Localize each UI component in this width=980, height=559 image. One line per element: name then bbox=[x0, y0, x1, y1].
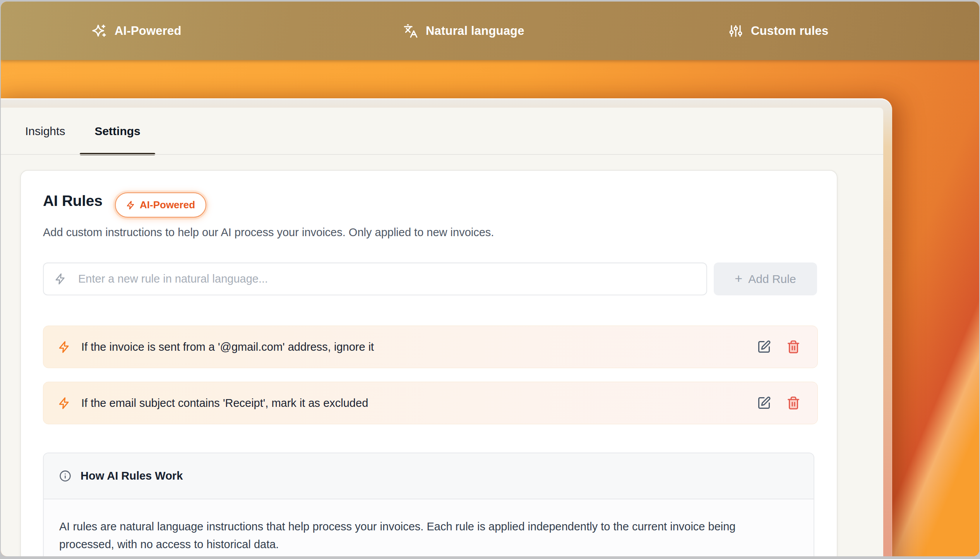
banner-item-label: Custom rules bbox=[751, 24, 829, 38]
banner-item-natural-language: Natural language bbox=[403, 2, 524, 60]
rule-text: If the email subject contains 'Receipt',… bbox=[81, 397, 368, 410]
plus-icon: + bbox=[735, 271, 742, 286]
add-rule-button[interactable]: + Add Rule bbox=[714, 262, 817, 295]
banner-item-custom-rules: Custom rules bbox=[728, 2, 829, 60]
app-frame: AI-Powered Natural language Custom rules bbox=[1, 2, 979, 556]
section-title: How AI Rules Work bbox=[81, 470, 183, 482]
section-body-text: AI rules are natural language instructio… bbox=[59, 518, 759, 553]
feature-banner: AI-Powered Natural language Custom rules bbox=[1, 2, 979, 60]
info-icon bbox=[59, 470, 71, 482]
tab-divider bbox=[1, 154, 883, 155]
ai-rules-card: AI Rules AI-Powered Add custom instructi… bbox=[20, 170, 838, 556]
tab-label: Insights bbox=[25, 125, 65, 138]
screenshot-root: AI-Powered Natural language Custom rules bbox=[0, 0, 980, 559]
zap-icon bbox=[58, 341, 71, 353]
zap-icon bbox=[126, 201, 135, 210]
card-title: AI Rules bbox=[43, 192, 103, 209]
trash-icon bbox=[786, 340, 800, 354]
languages-icon bbox=[403, 24, 418, 38]
how-rules-work-header: How AI Rules Work bbox=[44, 453, 814, 499]
card-description: Add custom instructions to help our AI p… bbox=[43, 226, 494, 239]
banner-item-label: AI-Powered bbox=[115, 24, 182, 38]
banner-item-label: Natural language bbox=[426, 24, 524, 38]
how-rules-work-section: How AI Rules Work AI rules are natural l… bbox=[43, 453, 814, 556]
rule-input-wrapper bbox=[43, 262, 707, 295]
ai-powered-badge: AI-Powered bbox=[115, 192, 206, 218]
delete-rule-button[interactable] bbox=[786, 340, 800, 354]
tab-settings[interactable]: Settings bbox=[80, 108, 155, 155]
zap-icon bbox=[55, 273, 67, 285]
rule-actions bbox=[757, 340, 800, 354]
how-rules-work-body: AI rules are natural language instructio… bbox=[44, 499, 814, 556]
edit-icon bbox=[757, 396, 771, 410]
rule-actions bbox=[757, 396, 800, 410]
tab-insights[interactable]: Insights bbox=[10, 108, 80, 155]
sliders-icon bbox=[728, 24, 743, 38]
banner-item-ai-powered: AI-Powered bbox=[92, 2, 182, 60]
new-rule-input[interactable] bbox=[78, 273, 696, 285]
badge-label: AI-Powered bbox=[140, 199, 195, 211]
add-rule-label: Add Rule bbox=[748, 273, 796, 286]
edit-icon bbox=[757, 340, 771, 354]
edit-rule-button[interactable] bbox=[757, 340, 771, 354]
rule-text: If the invoice is sent from a '@gmail.co… bbox=[81, 341, 374, 353]
rule-row: If the email subject contains 'Receipt',… bbox=[43, 382, 818, 424]
tab-label: Settings bbox=[94, 125, 140, 138]
window-content: Insights Settings AI Rules AI-Powered bbox=[1, 108, 883, 556]
edit-rule-button[interactable] bbox=[757, 396, 771, 410]
rule-row: If the invoice is sent from a '@gmail.co… bbox=[43, 326, 818, 368]
tab-bar: Insights Settings bbox=[10, 108, 155, 155]
sparkles-icon bbox=[92, 24, 107, 38]
settings-window: Insights Settings AI Rules AI-Powered bbox=[1, 98, 892, 556]
delete-rule-button[interactable] bbox=[786, 396, 800, 410]
zap-icon bbox=[58, 397, 71, 410]
trash-icon bbox=[786, 396, 800, 410]
